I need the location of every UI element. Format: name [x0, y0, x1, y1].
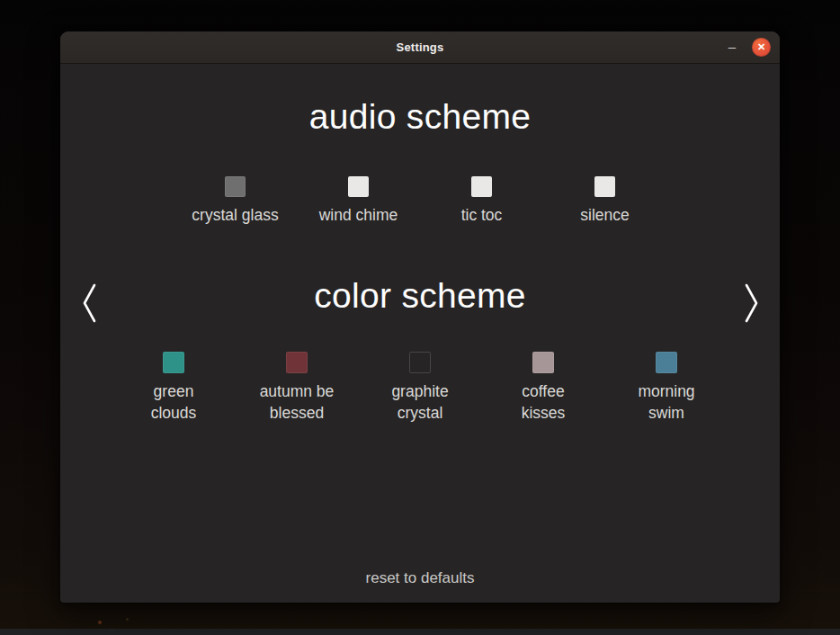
settings-window: Settings – ✕ audio scheme crystal glass … — [60, 31, 780, 603]
option-label: green clouds — [130, 380, 218, 424]
color-option-morning-swim[interactable]: morning swim — [605, 352, 728, 424]
prev-page-button[interactable] — [76, 282, 102, 326]
reset-to-defaults-button[interactable]: reset to defaults — [60, 569, 780, 587]
minimize-button[interactable]: – — [724, 40, 740, 56]
audio-option-tic-toc[interactable]: tic toc — [420, 176, 543, 226]
color-swatch-green-clouds[interactable] — [163, 352, 184, 373]
color-swatch-graphite-crystal[interactable] — [409, 352, 431, 373]
audio-option-crystal-glass[interactable]: crystal glass — [174, 176, 297, 226]
color-swatch-autumn-be-blessed[interactable] — [286, 352, 308, 373]
settings-content: audio scheme crystal glass wind chime ti… — [60, 64, 780, 603]
audio-swatch-silence[interactable] — [594, 176, 615, 197]
audio-scheme-options: crystal glass wind chime tic toc silence — [60, 176, 780, 226]
next-page-button[interactable] — [739, 282, 764, 326]
audio-option-wind-chime[interactable]: wind chime — [297, 176, 420, 226]
option-label: morning swim — [622, 380, 710, 424]
color-swatch-morning-swim[interactable] — [656, 352, 677, 373]
option-label: crystal glass — [192, 204, 278, 226]
window-controls: – ✕ — [724, 31, 771, 63]
chevron-left-icon — [80, 282, 98, 327]
option-label: tic toc — [461, 204, 503, 226]
color-option-autumn-be-blessed[interactable]: autumn be blessed — [236, 352, 359, 424]
color-scheme-options: green clouds autumn be blessed graphite … — [60, 352, 780, 424]
option-label: wind chime — [319, 204, 398, 226]
audio-swatch-wind-chime[interactable] — [348, 176, 369, 197]
option-label: graphite crystal — [376, 380, 464, 424]
audio-swatch-crystal-glass[interactable] — [225, 176, 246, 197]
option-label: coffee kisses — [499, 380, 587, 424]
audio-option-silence[interactable]: silence — [543, 176, 666, 226]
titlebar[interactable]: Settings – ✕ — [60, 31, 780, 64]
wallpaper-speckle — [98, 621, 102, 624]
wallpaper-speckle — [126, 618, 129, 621]
option-label: silence — [580, 204, 629, 226]
color-option-coffee-kisses[interactable]: coffee kisses — [482, 352, 605, 424]
window-title: Settings — [60, 31, 780, 63]
color-option-graphite-crystal[interactable]: graphite crystal — [359, 352, 482, 424]
close-icon: ✕ — [757, 41, 765, 52]
close-button[interactable]: ✕ — [752, 38, 771, 57]
color-scheme-heading: color scheme — [60, 276, 780, 316]
audio-scheme-heading: audio scheme — [60, 64, 780, 137]
color-swatch-coffee-kisses[interactable] — [532, 352, 554, 373]
wallpaper-bottom-edge — [0, 629, 840, 635]
audio-swatch-tic-toc[interactable] — [471, 176, 492, 197]
chevron-right-icon — [743, 282, 761, 327]
color-option-green-clouds[interactable]: green clouds — [112, 352, 236, 424]
option-label: autumn be blessed — [253, 380, 341, 424]
